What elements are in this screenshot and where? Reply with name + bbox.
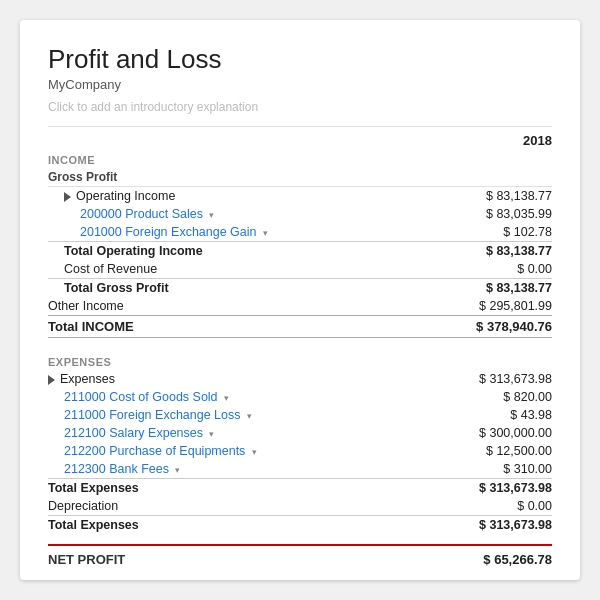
bank-fees-row[interactable]: 212300 Bank Fees ▾ $ 310.00 [48,460,552,478]
total-expenses-sub-label: Total Expenses [48,481,139,495]
other-income-label: Other Income [48,299,124,313]
report-title: Profit and Loss [48,44,552,75]
bank-fees-chevron: ▾ [175,465,180,475]
expenses-group-label: Expenses [48,372,115,386]
net-profit-section: NET PROFIT $ 65,266.78 [48,544,552,567]
expenses-group-amount: $ 313,673.98 [479,372,552,386]
forex-loss-chevron: ▾ [247,411,252,421]
operating-income-label: Operating Income [64,189,175,203]
other-income-row: Other Income $ 295,801.99 [48,297,552,315]
operating-income-amount: $ 83,138.77 [486,189,552,203]
gross-profit-group: Gross Profit [48,168,552,187]
company-name: MyCompany [48,77,552,92]
total-gross-profit-row: Total Gross Profit $ 83,138.77 [48,278,552,297]
net-profit-amount: $ 65,266.78 [483,552,552,567]
year-header: 2018 [48,126,552,148]
total-operating-income-row: Total Operating Income $ 83,138.77 [48,241,552,260]
total-expenses-sub-row: Total Expenses $ 313,673.98 [48,478,552,497]
salary-chevron: ▾ [209,429,214,439]
net-profit-label: NET PROFIT [48,552,125,567]
depreciation-amount: $ 0.00 [517,499,552,513]
cogs-amount: $ 820.00 [503,390,552,404]
expand-icon [64,192,71,202]
forex-gain-chevron: ▾ [263,228,268,238]
forex-loss-label[interactable]: 211000 Foreign Exchange Loss ▾ [64,408,252,422]
total-income-row: Total INCOME $ 378,940.76 [48,315,552,338]
equipment-amount: $ 12,500.00 [486,444,552,458]
equipment-row[interactable]: 212200 Purchase of Equipments ▾ $ 12,500… [48,442,552,460]
gap1 [48,338,552,352]
expenses-section-label: Expenses [48,352,552,370]
total-operating-income-label: Total Operating Income [64,244,203,258]
salary-label[interactable]: 212100 Salary Expenses ▾ [64,426,214,440]
income-section-label: INCOME [48,150,552,168]
cost-of-revenue-label: Cost of Revenue [64,262,157,276]
cogs-label[interactable]: 211000 Cost of Goods Sold ▾ [64,390,229,404]
report-page: Profit and Loss MyCompany Click to add a… [20,20,580,580]
depreciation-label: Depreciation [48,499,118,513]
total-expenses-label: Total Expenses [48,518,139,532]
cost-of-revenue-amount: $ 0.00 [517,262,552,276]
total-income-amount: $ 378,940.76 [476,319,552,334]
product-sales-chevron: ▾ [209,210,214,220]
total-income-label: Total INCOME [48,319,134,334]
operating-income-row[interactable]: Operating Income $ 83,138.77 [48,187,552,205]
total-gross-profit-amount: $ 83,138.77 [486,281,552,295]
salary-row[interactable]: 212100 Salary Expenses ▾ $ 300,000.00 [48,424,552,442]
salary-amount: $ 300,000.00 [479,426,552,440]
bank-fees-amount: $ 310.00 [503,462,552,476]
other-income-amount: $ 295,801.99 [479,299,552,313]
forex-gain-row[interactable]: 201000 Foreign Exchange Gain ▾ $ 102.78 [48,223,552,241]
cogs-chevron: ▾ [224,393,229,403]
forex-gain-amount: $ 102.78 [503,225,552,239]
total-expenses-row: Total Expenses $ 313,673.98 [48,515,552,534]
expenses-expand-icon [48,375,55,385]
forex-gain-label[interactable]: 201000 Foreign Exchange Gain ▾ [80,225,268,239]
cost-of-revenue-row: Cost of Revenue $ 0.00 [48,260,552,278]
depreciation-row: Depreciation $ 0.00 [48,497,552,515]
cogs-row[interactable]: 211000 Cost of Goods Sold ▾ $ 820.00 [48,388,552,406]
product-sales-label[interactable]: 200000 Product Sales ▾ [80,207,214,221]
total-operating-income-amount: $ 83,138.77 [486,244,552,258]
equipment-chevron: ▾ [252,447,257,457]
forex-loss-amount: $ 43.98 [510,408,552,422]
total-gross-profit-label: Total Gross Profit [64,281,169,295]
forex-loss-row[interactable]: 211000 Foreign Exchange Loss ▾ $ 43.98 [48,406,552,424]
product-sales-row[interactable]: 200000 Product Sales ▾ $ 83,035.99 [48,205,552,223]
equipment-label[interactable]: 212200 Purchase of Equipments ▾ [64,444,257,458]
total-expenses-amount: $ 313,673.98 [479,518,552,532]
intro-placeholder[interactable]: Click to add an introductory explanation [48,100,552,114]
product-sales-amount: $ 83,035.99 [486,207,552,221]
expenses-group-row[interactable]: Expenses $ 313,673.98 [48,370,552,388]
total-expenses-sub-amount: $ 313,673.98 [479,481,552,495]
bank-fees-label[interactable]: 212300 Bank Fees ▾ [64,462,180,476]
